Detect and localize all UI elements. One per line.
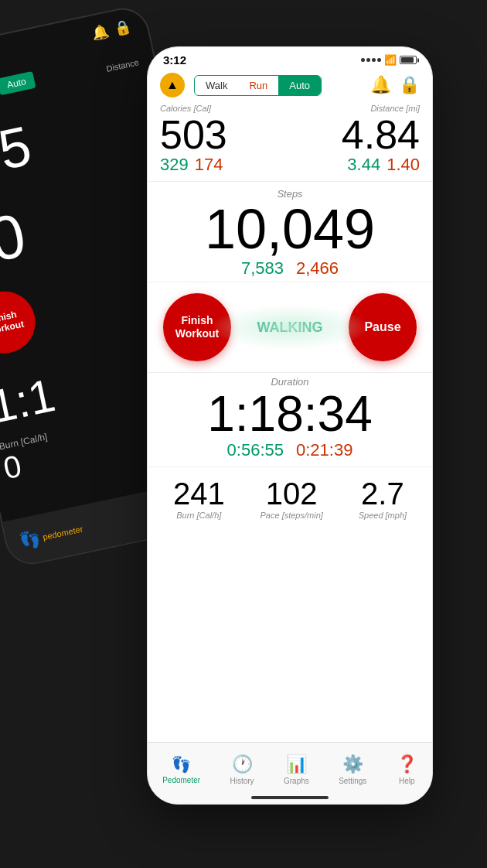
duration-section: Duration 1:18:34 0:56:55 0:21:39 bbox=[148, 372, 432, 466]
bg-feet-icon: 👣 bbox=[17, 528, 42, 552]
walk-segment-btn[interactable]: Walk bbox=[195, 76, 238, 95]
burn-value: 241 bbox=[173, 478, 225, 509]
run-segment-btn[interactable]: Run bbox=[238, 76, 278, 95]
status-icons: 📶 bbox=[361, 54, 417, 66]
tab-bar: 👣 Pedometer 🕐 History 📊 Graphs ⚙️ Settin… bbox=[148, 742, 432, 804]
foreground-phone: 3:12 📶 ▲ Walk Run Auto 🔔 🔒 bbox=[147, 46, 433, 805]
tab-graphs-label: Graphs bbox=[284, 777, 309, 785]
finish-workout-button[interactable]: FinishWorkout bbox=[163, 293, 231, 361]
duration-walk-value: 0:56:55 bbox=[227, 440, 284, 460]
duration-main-value: 1:18:34 bbox=[160, 389, 420, 439]
pace-label: Pace [steps/min] bbox=[261, 511, 323, 520]
distance-walk-value: 3.44 bbox=[347, 155, 380, 175]
battery-icon bbox=[400, 56, 417, 64]
tab-settings[interactable]: ⚙️ Settings bbox=[339, 754, 366, 785]
top-right-icons: 🔔 🔒 bbox=[370, 75, 420, 95]
stats-main-row: 503 4.84 bbox=[160, 114, 420, 155]
speed-stat: 2.7 Speed [mph] bbox=[359, 478, 407, 520]
metronome-symbol: ▲ bbox=[166, 78, 179, 92]
pace-value: 102 bbox=[261, 478, 323, 509]
graphs-icon: 📊 bbox=[286, 754, 307, 774]
tab-history[interactable]: 🕐 History bbox=[230, 754, 254, 785]
segment-control[interactable]: Walk Run Auto bbox=[194, 75, 322, 96]
home-indicator bbox=[251, 796, 329, 799]
signal-dot-4 bbox=[377, 58, 381, 62]
tab-help[interactable]: ❓ Help bbox=[397, 754, 417, 785]
distance-sub-values: 3.44 1.40 bbox=[347, 155, 420, 175]
speed-label: Speed [mph] bbox=[359, 511, 407, 520]
burn-label: Burn [Cal/h] bbox=[173, 511, 225, 520]
tab-graphs[interactable]: 📊 Graphs bbox=[284, 754, 309, 785]
steps-run-value: 2,466 bbox=[296, 258, 339, 279]
tab-pedometer[interactable]: 👣 Pedometer bbox=[162, 755, 200, 784]
wifi-icon: 📶 bbox=[384, 54, 397, 66]
signal-dot-2 bbox=[366, 58, 370, 62]
tab-pedometer-label: Pedometer bbox=[162, 776, 200, 784]
speed-value: 2.7 bbox=[359, 478, 407, 509]
duration-run-value: 0:21:39 bbox=[296, 440, 352, 460]
help-icon: ❓ bbox=[397, 754, 417, 774]
bg-bell-icon: 🔔 bbox=[90, 22, 110, 43]
tab-settings-label: Settings bbox=[339, 777, 366, 785]
bg-finish-btn: Finish Workout bbox=[0, 285, 41, 359]
calories-run-value: 174 bbox=[195, 155, 223, 175]
battery-fill bbox=[401, 57, 414, 63]
signal-dot-1 bbox=[361, 58, 365, 62]
settings-icon: ⚙️ bbox=[342, 754, 363, 774]
bottom-stats: 241 Burn [Cal/h] 102 Pace [steps/min] 2.… bbox=[148, 466, 432, 526]
tab-history-label: History bbox=[230, 777, 254, 785]
controls-row: ▲ Walk Run Auto 🔔 🔒 bbox=[148, 70, 432, 104]
action-row: FinishWorkout WALKING Pause bbox=[148, 282, 432, 372]
steps-walk-value: 7,583 bbox=[241, 258, 284, 279]
steps-main-value: 10,049 bbox=[160, 201, 420, 257]
status-bar: 3:12 📶 bbox=[148, 47, 432, 70]
distance-main-value: 4.84 bbox=[342, 114, 420, 155]
metronome-icon[interactable]: ▲ bbox=[160, 73, 185, 97]
pedometer-icon: 👣 bbox=[172, 755, 191, 774]
duration-sub-row: 0:56:55 0:21:39 bbox=[160, 440, 420, 460]
bell-icon[interactable]: 🔔 bbox=[370, 75, 391, 95]
lock-icon[interactable]: 🔒 bbox=[399, 75, 420, 95]
burn-stat: 241 Burn [Cal/h] bbox=[173, 478, 225, 520]
bg-pedometer-label: pedometer bbox=[42, 525, 83, 542]
distance-run-value: 1.40 bbox=[387, 155, 420, 175]
tab-help-label: Help bbox=[399, 777, 415, 785]
status-time: 3:12 bbox=[163, 53, 186, 67]
bg-auto-btn: Auto bbox=[0, 71, 36, 95]
steps-sub-row: 7,583 2,466 bbox=[160, 258, 420, 279]
stats-sub-row: 329 174 3.44 1.40 bbox=[160, 155, 420, 175]
signal-dots bbox=[361, 58, 381, 62]
auto-segment-btn[interactable]: Auto bbox=[278, 76, 321, 95]
stats-section: Calories [Cal] Distance [mi] 503 4.84 32… bbox=[148, 104, 432, 182]
history-icon: 🕐 bbox=[232, 754, 253, 774]
calories-walk-value: 329 bbox=[160, 155, 189, 175]
bg-lock-icon: 🔒 bbox=[113, 17, 133, 37]
calories-sub-values: 329 174 bbox=[160, 155, 223, 175]
steps-section: Steps 10,049 7,583 2,466 bbox=[148, 182, 432, 282]
signal-dot-3 bbox=[372, 58, 376, 62]
calories-main-value: 503 bbox=[160, 114, 227, 155]
pace-stat: 102 Pace [steps/min] bbox=[261, 478, 323, 520]
walking-status: WALKING bbox=[231, 320, 349, 336]
pause-button[interactable]: Pause bbox=[349, 293, 417, 361]
